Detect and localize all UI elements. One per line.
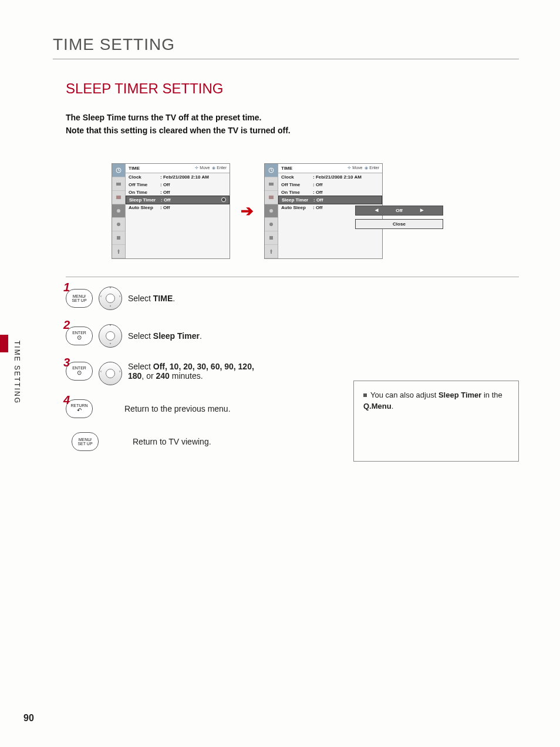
osd-tab-icon	[112, 164, 125, 177]
osd-tab-icon	[265, 164, 278, 177]
dpad-down-icon[interactable]: ˅	[109, 305, 112, 310]
osd-tab-icon	[265, 231, 278, 245]
svg-point-4	[117, 223, 120, 226]
osd-row-offtime: Off Time: Off	[278, 181, 382, 189]
step-number: 2	[63, 318, 70, 332]
step-text: Return to TV viewing.	[133, 437, 211, 446]
tip-box: You can also adjust Sleep Timer in the Q…	[353, 381, 519, 462]
svg-point-11	[269, 223, 273, 226]
osd-header-hints: ✢ Move ◉ Enter	[348, 166, 379, 170]
osd-tab-icon	[265, 218, 278, 231]
dpad-right-icon[interactable]: ˃	[119, 371, 121, 376]
step-1: 1 MENU/ SET UP ˄ ˅ ˂ ˃ Select TIME.	[66, 287, 336, 310]
transition-arrow-icon: ➔	[241, 202, 254, 220]
intro-line-2: Note that this setting is cleared when t…	[66, 124, 519, 137]
svg-rect-8	[269, 183, 274, 186]
step-5: MENU/ SET UP Return to TV viewing.	[72, 432, 336, 451]
remote-dpad-horizontal[interactable]: ˂ ˃	[99, 362, 122, 385]
left-arrow-icon[interactable]: ◀	[375, 208, 378, 213]
step-number: 3	[63, 356, 70, 369]
dpad-up-icon[interactable]: ˄	[109, 287, 112, 292]
step-text: Select TIME.	[128, 294, 175, 303]
steps-column: 1 MENU/ SET UP ˄ ˅ ˂ ˃ Select TIME. 2 EN…	[66, 287, 336, 462]
side-tab-label: TIME SETTING	[13, 341, 21, 404]
osd-sidebar	[265, 164, 278, 258]
tip-text: You can also adjust	[370, 391, 438, 399]
osd-panel-left: TIME ✢ Move ◉ Enter Clock: Feb/21/2008 2…	[112, 163, 230, 259]
enter-indicator-icon	[221, 197, 226, 202]
step-4: 4 RETURN↶ Return to the previous menu.	[66, 399, 336, 418]
step-text: Return to the previous menu.	[124, 404, 231, 413]
clock-icon	[116, 167, 122, 173]
step-2: 2 ENTER⊙ ˄ ˅ Select Sleep Timer.	[66, 324, 336, 348]
osd-sidebar	[112, 164, 126, 258]
osd-tab-icon	[112, 245, 125, 258]
step-number: 1	[63, 281, 70, 294]
intro-text: The Sleep Time turns the TV off at the p…	[66, 111, 519, 137]
osd-row-sleeptimer[interactable]: Sleep Timer: Off	[126, 196, 230, 204]
return-arrow-icon: ↶	[77, 408, 82, 413]
popup-value: Off	[396, 208, 403, 213]
svg-rect-6	[118, 251, 119, 254]
svg-rect-1	[116, 183, 121, 186]
osd-header: TIME ✢ Move ◉ Enter	[278, 164, 382, 173]
osd-tab-icon	[265, 191, 278, 204]
svg-rect-5	[117, 236, 120, 240]
page-number: 90	[23, 713, 34, 724]
remote-menu-button[interactable]: MENU/ SET UP	[72, 432, 99, 451]
osd-tab-icon	[112, 191, 125, 204]
svg-rect-13	[271, 251, 272, 254]
dpad-up-icon[interactable]: ˄	[109, 324, 112, 329]
osd-tab-icon	[112, 218, 125, 231]
dpad-down-icon[interactable]: ˅	[109, 342, 112, 348]
tip-bold: Q.Menu	[363, 402, 392, 410]
remote-dpad-vertical[interactable]: ˄ ˅	[99, 324, 122, 348]
svg-point-10	[269, 209, 273, 213]
osd-tab-icon	[265, 177, 278, 191]
intro-line-1: The Sleep Time turns the TV off at the p…	[66, 111, 519, 124]
osd-tab-icon	[112, 177, 125, 191]
right-arrow-icon[interactable]: ▶	[420, 208, 423, 213]
svg-rect-2	[116, 196, 121, 199]
osd-panel-right-wrap: TIME ✢ Move ◉ Enter Clock: Feb/21/2008 2…	[264, 163, 383, 259]
bullet-icon	[363, 393, 367, 397]
tip-text: in the	[481, 391, 502, 399]
osd-header-hints: ✢ Move ◉ Enter	[195, 166, 227, 170]
tip-bold: Sleep Timer	[438, 391, 481, 399]
step-number: 4	[63, 393, 70, 407]
osd-header-title: TIME	[129, 166, 140, 171]
osd-row-clock: Clock: Feb/21/2008 2:10 AM	[126, 173, 230, 181]
section-title: SLEEP TIMER SETTING	[66, 80, 519, 97]
svg-rect-9	[269, 196, 274, 199]
osd-header: TIME ✢ Move ◉ Enter	[126, 164, 230, 173]
remote-dpad[interactable]: ˄ ˅ ˂ ˃	[99, 287, 122, 310]
svg-rect-12	[269, 236, 273, 240]
osd-figures: TIME ✢ Move ◉ Enter Clock: Feb/21/2008 2…	[112, 163, 519, 259]
osd-header-title: TIME	[281, 166, 292, 171]
osd-tab-icon	[265, 245, 278, 258]
dpad-left-icon[interactable]: ˂	[100, 295, 102, 301]
osd-row-offtime: Off Time: Off	[126, 181, 230, 189]
osd-tab-icon	[265, 204, 278, 218]
dpad-left-icon[interactable]: ˂	[100, 371, 102, 376]
svg-point-3	[117, 209, 120, 213]
dpad-right-icon[interactable]: ˃	[119, 295, 121, 301]
popup-close-button[interactable]: Close	[355, 219, 443, 229]
popup-value-selector[interactable]: ◀ Off ▶	[355, 206, 443, 216]
step-text: Select Sleep Timer.	[128, 331, 202, 341]
title-rule	[53, 59, 519, 59]
page-title: TIME SETTING	[53, 35, 519, 54]
osd-tab-icon	[112, 231, 125, 245]
step-text: Select Off, 10, 20, 30, 60, 90, 120, 180…	[128, 362, 269, 381]
osd-tab-icon	[112, 204, 125, 218]
osd-row-clock: Clock: Feb/21/2008 2:10 AM	[278, 173, 382, 181]
step-3: 3 ENTER⊙ ˂ ˃ Select Off, 10, 20, 30, 60,…	[66, 362, 336, 385]
osd-value-popup: ◀ Off ▶ Close	[355, 206, 443, 229]
side-marker	[0, 335, 8, 352]
clock-icon	[268, 167, 274, 173]
enter-dot-icon: ⊙	[77, 335, 82, 341]
tip-text: .	[392, 402, 394, 410]
osd-row-sleeptimer[interactable]: Sleep Timer: Off	[278, 196, 382, 204]
enter-dot-icon: ⊙	[77, 370, 82, 376]
osd-row-autosleep: Auto Sleep: Off	[126, 204, 230, 211]
